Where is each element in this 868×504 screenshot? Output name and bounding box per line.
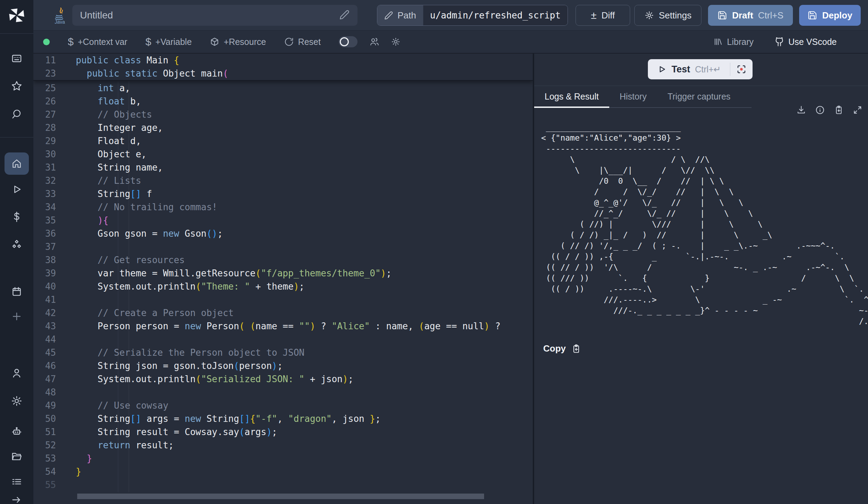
code-line[interactable]: 36 Gson gson = new Gson();	[33, 227, 533, 240]
code-line[interactable]: 53 }	[33, 452, 533, 465]
copy-result-icon[interactable]	[834, 105, 844, 115]
code-line[interactable]: 34 // No trailing commas!	[33, 200, 533, 214]
deploy-button[interactable]: Deploy	[799, 5, 861, 26]
code-line[interactable]: 29 Float d,	[33, 134, 533, 148]
editor-settings-button[interactable]	[391, 37, 401, 47]
test-shortcut: Ctrl+↵	[695, 64, 721, 74]
code-line[interactable]: 42 // Create a Person object	[33, 306, 533, 320]
result-ascii-line: /.-~	[541, 316, 868, 327]
draft-button[interactable]: Draft Ctrl+S	[708, 5, 793, 26]
sidebar-item-runs[interactable]	[0, 180, 33, 199]
sidebar-item-workers[interactable]	[0, 422, 33, 441]
diff-button[interactable]: ± Diff	[576, 5, 630, 26]
code-line[interactable]: 40 System.out.println("Theme: " + theme)…	[33, 280, 533, 293]
sidebar-item-create[interactable]	[0, 307, 33, 326]
result-output[interactable]: ____________________________< {"name":"A…	[541, 122, 868, 327]
result-ascii-line: /0 0 \__ / // | \ \	[541, 176, 868, 187]
code-line[interactable]: 51 String result = Cowsay.say(args);	[33, 425, 533, 439]
test-split-button: Test Ctrl+↵	[648, 59, 753, 79]
pencil-icon	[384, 11, 393, 20]
code-line[interactable]: 35 ){	[33, 214, 533, 227]
capture-test-button[interactable]	[730, 59, 753, 79]
code-line[interactable]: 37	[33, 240, 533, 253]
line-number: 27	[33, 108, 56, 121]
code-lines[interactable]: 25 int a,26 float b,27 // Objects28 Inte…	[33, 81, 533, 491]
code-line[interactable]: 39 var theme = Wmill.getResource("f/app_…	[33, 267, 533, 280]
settings-button[interactable]: Settings	[634, 5, 701, 26]
code-line[interactable]: 27 // Objects	[33, 108, 533, 121]
code-line[interactable]: 50 String[] args = new String[]{"-f", "d…	[33, 412, 533, 425]
code-line[interactable]: 28 Integer age,	[33, 121, 533, 134]
add-context-var-button[interactable]: $ +Context var	[68, 36, 127, 48]
code-line[interactable]: 38 // Get resources	[33, 253, 533, 267]
sidebar-collapse-arrow-icon[interactable]	[0, 490, 33, 504]
sidebar-item-home[interactable]	[0, 154, 33, 173]
add-variable-button[interactable]: $ +Variable	[145, 36, 192, 48]
line-content: // Serialize the Person object to JSON	[56, 346, 304, 359]
sticky-scroll-lines[interactable]: 11public class Main {23 public static Ob…	[33, 54, 533, 81]
path-value[interactable]: u/admin/refreshed_script	[423, 5, 568, 25]
sidebar-item-variables[interactable]	[0, 207, 33, 227]
collaborators-button[interactable]	[369, 37, 379, 47]
code-line[interactable]: 48	[33, 386, 533, 399]
code-line[interactable]: 49 // Use cowsay	[33, 399, 533, 412]
test-button[interactable]: Test Ctrl+↵	[648, 59, 730, 79]
result-ascii-line: //_^_/ \/_ // | \ \	[541, 208, 868, 219]
code-line[interactable]: 52 return result;	[33, 439, 533, 452]
sidebar-item-resources[interactable]	[0, 235, 33, 254]
code-line[interactable]: 54}	[33, 465, 533, 478]
code-line[interactable]: 30 Object e,	[33, 148, 533, 161]
code-line[interactable]: 46 String json = gson.toJson(person);	[33, 359, 533, 372]
reset-button[interactable]: Reset	[284, 37, 321, 47]
line-number: 25	[33, 81, 56, 95]
add-resource-button[interactable]: +Resource	[210, 37, 266, 47]
tab-history[interactable]: History	[609, 86, 657, 108]
code-line[interactable]: 11public class Main {	[33, 54, 533, 67]
diff-mode-toggle[interactable]	[339, 36, 357, 47]
result-ascii-line: ///-._ _ _ _ _ _ _}^ - - - - ~ ~-- ,.-~	[541, 305, 868, 316]
expand-icon[interactable]	[853, 105, 862, 115]
code-line[interactable]: 41	[33, 293, 533, 306]
copy-result-button[interactable]: Copy	[543, 343, 581, 354]
sidebar-item-folders[interactable]	[0, 447, 33, 466]
code-line[interactable]: 26 float b,	[33, 95, 533, 108]
code-line[interactable]: 32 // Lists	[33, 174, 533, 187]
tab-trigger-captures[interactable]: Trigger captures	[657, 86, 741, 108]
code-editor[interactable]: 11public class Main {23 public static Ob…	[33, 54, 533, 504]
line-number: 49	[33, 399, 56, 412]
code-line[interactable]: 47 System.out.println("Serialized JSON: …	[33, 372, 533, 386]
path-group[interactable]: Path u/admin/refreshed_script	[377, 5, 568, 26]
line-content: }	[56, 452, 92, 465]
horizontal-scrollbar[interactable]	[77, 494, 484, 499]
sidebar-item-user[interactable]	[0, 363, 33, 383]
sidebar-item-settings[interactable]	[0, 391, 33, 411]
line-number: 50	[33, 412, 56, 425]
script-title-field[interactable]: Untitled	[72, 5, 357, 26]
sidebar-item-apps[interactable]	[0, 49, 33, 68]
library-button[interactable]: Library	[713, 37, 754, 47]
line-number: 41	[33, 293, 56, 306]
windmill-logo-icon[interactable]	[0, 4, 33, 26]
result-ascii-line: ///.----..> \ _ -~ `. ^-` ^-_	[541, 294, 868, 305]
sidebar-item-schedules[interactable]	[0, 282, 33, 301]
code-line[interactable]: 31 String name,	[33, 161, 533, 174]
tab-logs-and-result[interactable]: Logs & Result	[534, 86, 609, 108]
edit-title-pencil-icon[interactable]	[339, 9, 350, 21]
use-vscode-button[interactable]: Use VScode	[774, 37, 837, 47]
code-line[interactable]: 33 String[] f	[33, 187, 533, 200]
sidebar-item-search[interactable]	[0, 104, 33, 124]
download-icon[interactable]	[796, 105, 806, 115]
path-edit-button[interactable]: Path	[377, 5, 423, 25]
sidebar-item-favorites[interactable]	[0, 76, 33, 96]
code-line[interactable]: 44	[33, 333, 533, 346]
code-line[interactable]: 25 int a,	[33, 81, 533, 95]
save-icon	[807, 10, 817, 20]
code-line[interactable]: 23 public static Object main(	[33, 67, 533, 80]
code-line[interactable]: 55	[33, 478, 533, 491]
code-line[interactable]: 45 // Serialize the Person object to JSO…	[33, 346, 533, 359]
code-line[interactable]: 43 Person person = new Person( (name == …	[33, 320, 533, 333]
line-number: 34	[33, 200, 56, 214]
sidebar-item-logs[interactable]	[0, 472, 33, 491]
info-icon[interactable]	[815, 105, 825, 115]
line-content: // Create a Person object	[56, 306, 234, 320]
